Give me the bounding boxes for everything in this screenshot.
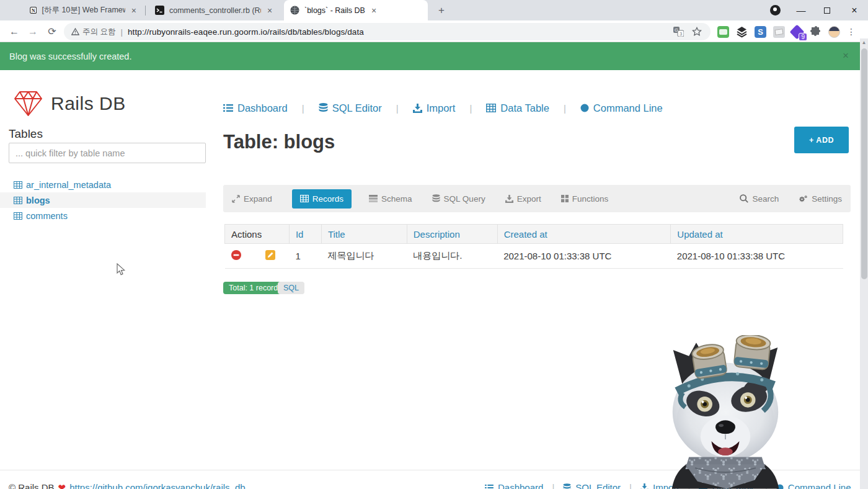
- mouse-cursor: [117, 263, 126, 277]
- profile-avatar[interactable]: [828, 26, 840, 38]
- sidebar-table-label: blogs: [26, 195, 50, 205]
- tab-sql-query[interactable]: SQL Query: [432, 194, 485, 204]
- table-icon: [14, 181, 22, 189]
- extensions-puzzle-icon[interactable]: [810, 26, 822, 37]
- nav-command-line[interactable]: Command Line: [580, 102, 663, 114]
- page-scrollbar[interactable]: ▲: [860, 38, 868, 489]
- goorm-panda-mascot: [665, 335, 786, 489]
- database-icon: [319, 103, 328, 113]
- media-control-button[interactable]: [768, 0, 782, 20]
- tab-expand[interactable]: Expand: [232, 194, 272, 204]
- extension-green-icon[interactable]: [717, 26, 729, 38]
- media-control-icon: [770, 5, 781, 16]
- close-window-button[interactable]: ×: [841, 0, 868, 20]
- svg-text:N: N: [32, 8, 35, 14]
- footer-nav-dashboard[interactable]: Dashboard: [485, 482, 543, 489]
- cell-created-at: 2021-08-10 01:33:38 UTC: [497, 244, 671, 269]
- extension-note-icon[interactable]: [773, 26, 785, 38]
- sidebar-item-blogs[interactable]: blogs: [0, 192, 206, 208]
- footer-nav-command-line[interactable]: Command Line: [776, 482, 851, 489]
- col-created-at[interactable]: Created at: [497, 225, 671, 244]
- table-toolbar: Expand Records Schema SQL Query Export F…: [223, 185, 851, 212]
- extension-s-icon[interactable]: S: [755, 26, 766, 38]
- table-icon: [14, 212, 22, 220]
- bookmark-star-icon[interactable]: [691, 27, 703, 37]
- download-icon: [640, 483, 649, 489]
- scrollbar-up-arrow[interactable]: ▲: [860, 38, 868, 47]
- main-navigation: Dashboard | SQL Editor | Import | Data T…: [223, 99, 645, 117]
- reload-button[interactable]: ⟳: [44, 24, 60, 40]
- tab-title: [하루 10분] Web Framework : R: [42, 5, 125, 16]
- tab-close-icon[interactable]: ×: [371, 6, 376, 16]
- table-header-row: Actions Id Title Description Created at …: [225, 225, 843, 244]
- tab-schema[interactable]: Schema: [369, 194, 412, 204]
- translate-icon[interactable]: G3: [672, 27, 684, 37]
- browser-tab-2[interactable]: comments_controller.rb (Rubyo ×: [149, 0, 283, 20]
- tab-functions[interactable]: Functions: [561, 194, 609, 204]
- url-text: http://rubyonrails-eaqee.run.goorm.io/ra…: [128, 27, 364, 37]
- sidebar-table-label: ar_internal_metadata: [26, 180, 111, 190]
- back-button[interactable]: ←: [6, 24, 22, 40]
- functions-icon: [561, 195, 569, 202]
- heart-icon: ❤: [58, 482, 66, 489]
- maximize-button[interactable]: [815, 0, 839, 20]
- rails-db-logo[interactable]: Rails DB: [14, 91, 126, 117]
- globe-icon: [290, 6, 299, 15]
- col-id[interactable]: Id: [289, 225, 321, 244]
- notion-icon: N: [30, 6, 37, 15]
- cell-updated-at: 2021-08-10 01:33:38 UTC: [671, 244, 843, 269]
- terminal-icon: [155, 6, 164, 15]
- address-bar[interactable]: 주의 요함 | http://rubyonrails-eaqee.run.goo…: [64, 23, 711, 40]
- nav-import[interactable]: Import: [413, 102, 456, 114]
- sidebar-table-label: comments: [26, 211, 68, 221]
- schema-icon: [369, 195, 378, 202]
- col-title[interactable]: Title: [321, 225, 407, 244]
- nav-data-table[interactable]: Data Table: [486, 102, 549, 114]
- browser-tab-strip: N [하루 10분] Web Framework : R × comments_…: [0, 0, 868, 20]
- col-updated-at[interactable]: Updated at: [671, 225, 843, 244]
- database-icon: [432, 194, 440, 203]
- logo-text: Rails DB: [51, 93, 126, 114]
- footer-github-link[interactable]: https://github.com/igorkasyanchuk/rails_…: [69, 482, 245, 489]
- browser-tab-1[interactable]: N [하루 10분] Web Framework : R ×: [24, 0, 143, 20]
- edit-record-icon[interactable]: [265, 250, 275, 262]
- expand-icon: [232, 195, 240, 203]
- minimize-button[interactable]: —: [789, 0, 813, 20]
- tab-close-icon[interactable]: ×: [267, 6, 272, 16]
- search-icon: [740, 194, 748, 203]
- sidebar-item-ar-internal-metadata[interactable]: ar_internal_metadata: [0, 177, 206, 192]
- records-grid-icon: [300, 195, 309, 202]
- delete-record-icon[interactable]: [231, 250, 241, 262]
- banner-close-icon[interactable]: ×: [843, 50, 849, 62]
- browser-tab-3-active[interactable]: `blogs` - Rails DB ×: [284, 0, 428, 20]
- extension-stack-icon[interactable]: [736, 26, 748, 38]
- tab-separator: [145, 6, 146, 16]
- total-records-badge: Total: 1 record: [223, 282, 283, 294]
- extensions-row: S 9 ⋮: [717, 23, 852, 40]
- chrome-menu-icon[interactable]: ⋮: [847, 30, 852, 34]
- sidebar-item-comments[interactable]: comments: [0, 208, 206, 223]
- table-filter-input[interactable]: [9, 143, 206, 163]
- add-record-button[interactable]: + ADD: [794, 127, 849, 153]
- col-description[interactable]: Description: [407, 225, 497, 244]
- cell-description: 내용입니다.: [407, 244, 497, 269]
- sql-badge[interactable]: SQL: [278, 282, 304, 294]
- export-icon: [505, 195, 513, 203]
- nav-sql-editor[interactable]: SQL Editor: [319, 102, 382, 114]
- table-icon: [14, 197, 22, 204]
- footer-nav-sql-editor[interactable]: SQL Editor: [563, 482, 621, 489]
- extension-diamond-icon[interactable]: 9: [792, 26, 804, 38]
- new-tab-button[interactable]: +: [435, 4, 448, 17]
- not-secure-warning[interactable]: 주의 요함: [71, 27, 115, 37]
- nav-dashboard[interactable]: Dashboard: [223, 102, 288, 114]
- search-button[interactable]: Search: [740, 194, 779, 204]
- forward-button[interactable]: →: [25, 24, 41, 40]
- table-grid-icon: [486, 104, 496, 112]
- settings-button[interactable]: Settings: [799, 194, 842, 204]
- tab-records[interactable]: Records: [292, 189, 352, 209]
- scrollbar-thumb[interactable]: [861, 48, 867, 279]
- tab-export[interactable]: Export: [505, 194, 541, 204]
- tab-close-icon[interactable]: ×: [131, 6, 136, 16]
- tab-title: comments_controller.rb (Rubyo: [169, 6, 261, 15]
- records-table: Actions Id Title Description Created at …: [224, 224, 843, 269]
